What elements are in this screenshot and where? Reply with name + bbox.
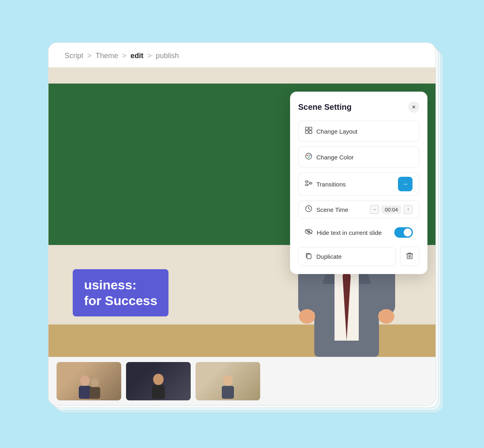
thumbnail-1[interactable] [57, 362, 121, 400]
svg-point-29 [308, 157, 309, 158]
svg-rect-42 [152, 385, 165, 399]
svg-rect-22 [305, 127, 308, 130]
svg-point-18 [299, 309, 315, 324]
transitions-arrow-button[interactable]: → [398, 177, 412, 191]
stack-wrapper: Script > Theme > edit > publish usiness:… [48, 42, 436, 406]
close-button[interactable]: × [408, 101, 419, 113]
change-color-row[interactable]: Change Color [298, 147, 419, 167]
duplicate-label: Duplicate [316, 253, 342, 260]
panel-title: Scene Setting [298, 103, 351, 112]
thumbnail-3[interactable] [196, 362, 260, 400]
thumb-person-3 [196, 362, 260, 400]
svg-rect-35 [307, 254, 311, 259]
scene-setting-panel: Scene Setting × Ch [290, 92, 427, 274]
svg-rect-31 [305, 184, 308, 186]
toggle-knob [404, 228, 412, 237]
eye-off-icon [305, 229, 313, 236]
svg-point-19 [378, 309, 394, 324]
svg-rect-25 [309, 131, 312, 134]
slide-text-box: usiness: for Success [73, 269, 168, 316]
duplicate-delete-row: Duplicate [298, 247, 419, 266]
layout-icon [305, 127, 312, 136]
time-controls: − 00:04 ↑ [370, 205, 412, 214]
hide-text-toggle[interactable] [394, 227, 413, 238]
thumbnail-strip [48, 357, 436, 405]
transitions-row: Transitions → [298, 172, 419, 196]
breadcrumb-theme[interactable]: Theme [96, 52, 118, 60]
svg-rect-30 [305, 181, 308, 182]
change-layout-label: Change Layout [316, 128, 412, 135]
svg-point-27 [307, 155, 308, 156]
svg-rect-23 [309, 127, 312, 130]
panel-header: Scene Setting × [298, 101, 419, 113]
breadcrumb: Script > Theme > edit > publish [48, 43, 436, 67]
color-icon [305, 153, 312, 161]
svg-rect-44 [222, 386, 234, 399]
breadcrumb-sep-2: > [122, 52, 127, 60]
scene-time-label: Scene Time [316, 206, 366, 213]
breadcrumb-script[interactable]: Script [65, 52, 83, 60]
svg-point-37 [80, 375, 90, 386]
time-increase-button[interactable]: ↑ [404, 205, 412, 214]
scene-time-row: Scene Time − 00:04 ↑ [298, 201, 419, 218]
time-decrease-button[interactable]: − [370, 205, 379, 214]
change-color-label: Change Color [316, 154, 412, 161]
arrow-right-icon: → [402, 180, 408, 188]
svg-point-43 [223, 375, 233, 386]
breadcrumb-publish[interactable]: publish [156, 52, 179, 60]
transitions-icon [305, 180, 312, 188]
breadcrumb-edit[interactable]: edit [130, 52, 143, 60]
thumb-person-1 [57, 362, 121, 400]
content-area: usiness: for Success [48, 67, 436, 357]
svg-rect-38 [79, 386, 91, 399]
clock-icon [305, 205, 312, 214]
svg-rect-40 [90, 387, 100, 399]
breadcrumb-sep-1: > [87, 52, 92, 60]
time-display: 00:04 [381, 205, 401, 214]
slide-line-1: usiness: [84, 277, 157, 293]
trash-icon [406, 251, 414, 262]
thumb-person-2 [126, 362, 191, 400]
thumbnail-2[interactable] [126, 362, 191, 400]
svg-point-39 [91, 378, 99, 387]
hide-text-label: Hide text in current slide [317, 229, 390, 236]
change-layout-row[interactable]: Change Layout [298, 121, 419, 142]
duplicate-button[interactable]: Duplicate [298, 247, 396, 266]
delete-button[interactable] [400, 247, 419, 266]
svg-rect-24 [305, 131, 308, 134]
main-card: Script > Theme > edit > publish usiness:… [48, 42, 436, 406]
svg-point-41 [153, 374, 164, 385]
duplicate-icon [305, 252, 312, 261]
scene-canvas: usiness: for Success [48, 67, 436, 357]
transitions-label: Transitions [316, 181, 394, 188]
slide-line-2: for Success [84, 293, 157, 308]
svg-point-28 [309, 155, 311, 156]
breadcrumb-sep-3: > [147, 52, 152, 60]
hide-text-row: Hide text in current slide [298, 223, 419, 242]
